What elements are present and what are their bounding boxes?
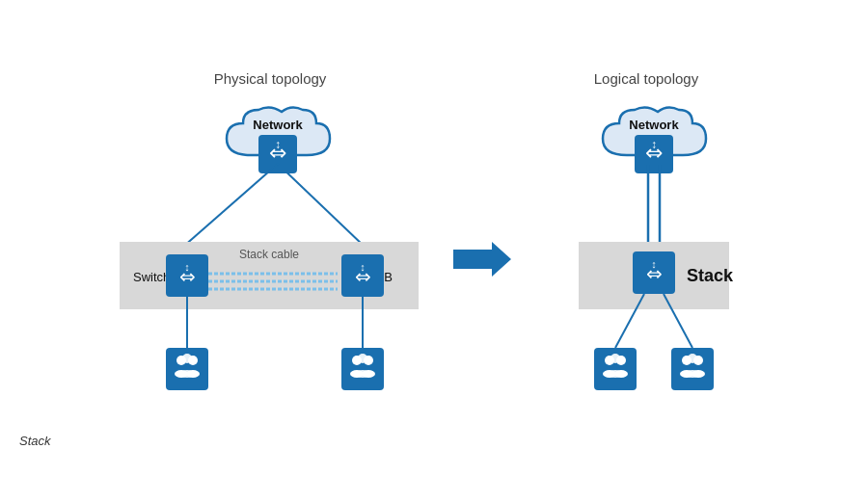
svg-point-11	[180, 370, 194, 378]
physical-diagram-svg: Network ⇔ ↕ Stack cable	[106, 92, 434, 420]
svg-point-26	[610, 354, 620, 363]
arrow-shape	[453, 242, 511, 277]
physical-title: Physical topology	[214, 70, 327, 87]
svg-text:↕: ↕	[651, 258, 657, 270]
diagram-container: Physical topology Network ⇔ ↕	[10, 61, 858, 430]
logical-topology-section: Logical topology Network ⇔ ↕	[530, 70, 762, 420]
logic-network-label: Network	[629, 118, 679, 132]
logic-stack-label: Stack	[687, 266, 734, 285]
topology-arrow-container	[453, 242, 511, 277]
svg-text:↕: ↕	[184, 261, 190, 273]
phys-network-label: Network	[253, 118, 303, 132]
full-wrapper: Physical topology Network ⇔ ↕	[0, 51, 868, 452]
svg-text:↕: ↕	[360, 261, 366, 273]
svg-point-17	[356, 370, 369, 378]
logical-title: Logical topology	[594, 70, 698, 87]
caption-text: Stack	[19, 434, 51, 448]
svg-point-10	[182, 354, 192, 363]
phys-line-to-switchA	[183, 164, 278, 247]
svg-point-33	[686, 370, 699, 378]
svg-point-16	[358, 354, 367, 363]
svg-point-32	[688, 354, 697, 363]
phys-stack-cable-label: Stack cable	[239, 248, 299, 261]
svg-point-27	[609, 370, 622, 378]
physical-topology-section: Physical topology Network ⇔ ↕	[106, 70, 434, 420]
phys-line-to-switchB	[278, 164, 365, 247]
arrow-svg	[453, 242, 511, 277]
logical-diagram-svg: Network ⇔ ↕ ⇔ ↕ Stack	[530, 92, 762, 420]
svg-text:↕: ↕	[275, 138, 281, 151]
svg-text:↕: ↕	[651, 138, 657, 151]
